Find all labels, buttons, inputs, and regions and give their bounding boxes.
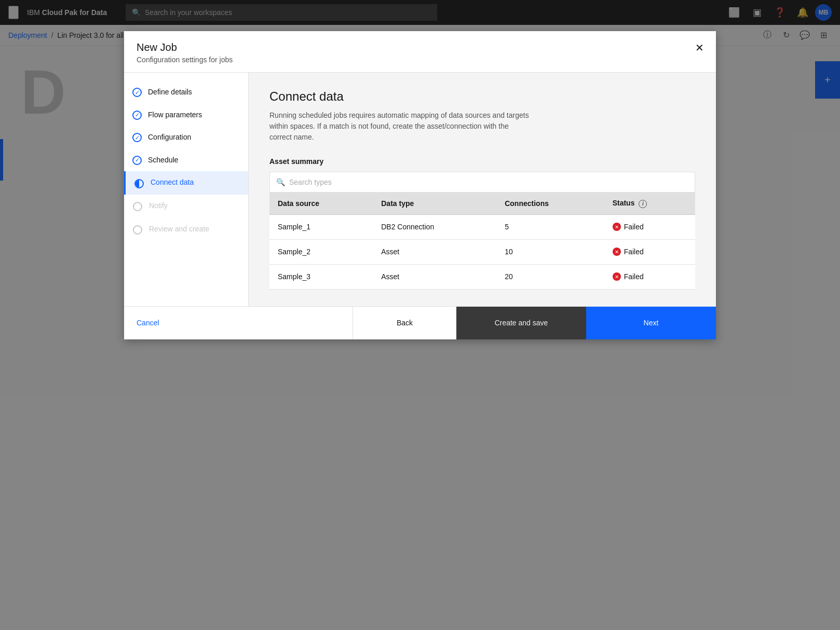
- asset-search-bar: 🔍: [269, 172, 695, 193]
- next-button[interactable]: Next: [586, 307, 716, 339]
- modal-overlay: New Job Configuration settings for jobs …: [0, 0, 840, 630]
- content-title: Connect data: [269, 89, 695, 104]
- step-label-review-create: Review and create: [149, 224, 209, 235]
- cell-data-type-3: Asset: [373, 264, 496, 289]
- step-label-connect-data: Connect data: [151, 177, 194, 188]
- section-label: Asset summary: [269, 157, 695, 166]
- cell-data-type-2: Asset: [373, 239, 496, 264]
- search-types-input[interactable]: [289, 178, 688, 186]
- cancel-button[interactable]: Cancel: [124, 307, 172, 339]
- col-header-data-source: Data source: [269, 193, 373, 214]
- step-check-icon-2: ✓: [132, 111, 142, 120]
- cell-status-1: ✕ Failed: [604, 214, 695, 239]
- col-header-status: Status i: [604, 193, 695, 214]
- asset-table: Data source Data type Connections Status…: [269, 193, 695, 290]
- step-label-define-details: Define details: [148, 87, 192, 98]
- failed-dot-icon: ✕: [613, 223, 621, 231]
- cell-connections-1: 5: [496, 214, 604, 239]
- step-disabled-icon-notify: [132, 201, 143, 212]
- step-disabled-icon-review: [132, 225, 143, 235]
- wizard-step-notify[interactable]: Notify: [124, 195, 248, 218]
- cell-status-2: ✕ Failed: [604, 239, 695, 264]
- modal-subtitle: Configuration settings for jobs: [137, 56, 703, 64]
- table-row: Sample_1 DB2 Connection 5 ✕ Failed: [269, 214, 695, 239]
- table-header-row: Data source Data type Connections Status…: [269, 193, 695, 214]
- status-failed-badge: ✕ Failed: [613, 223, 687, 231]
- modal-close-button[interactable]: ✕: [691, 39, 708, 56]
- step-label-notify: Notify: [149, 201, 168, 211]
- status-failed-badge-3: ✕ Failed: [613, 272, 687, 281]
- step-label-flow-parameters: Flow parameters: [148, 110, 202, 120]
- modal-body: ✓ Define details ✓ Flow parameters ✓ Con…: [124, 73, 716, 306]
- cell-connections-2: 10: [496, 239, 604, 264]
- step-halfcircle-icon: [134, 178, 144, 188]
- status-info-icon[interactable]: i: [639, 200, 647, 208]
- back-button[interactable]: Back: [353, 307, 456, 339]
- col-header-data-type: Data type: [373, 193, 496, 214]
- failed-dot-icon-3: ✕: [613, 272, 621, 281]
- step-check-icon: ✓: [132, 88, 142, 97]
- step-label-schedule: Schedule: [148, 155, 178, 166]
- failed-dot-icon-2: ✕: [613, 248, 621, 256]
- modal-footer: Cancel Back Create and save Next: [124, 306, 716, 339]
- cell-data-type-1: DB2 Connection: [373, 214, 496, 239]
- table-row: Sample_2 Asset 10 ✕ Failed: [269, 239, 695, 264]
- wizard-step-connect-data[interactable]: Connect data: [124, 171, 248, 195]
- cell-data-source-3: Sample_3: [269, 264, 373, 289]
- modal-header: New Job Configuration settings for jobs …: [124, 31, 716, 73]
- wizard-sidebar: ✓ Define details ✓ Flow parameters ✓ Con…: [124, 73, 249, 306]
- cell-data-source-1: Sample_1: [269, 214, 373, 239]
- cell-data-source-2: Sample_2: [269, 239, 373, 264]
- content-description: Running scheduled jobs requires automati…: [269, 110, 529, 143]
- search-types-icon: 🔍: [276, 178, 285, 186]
- cell-status-3: ✕ Failed: [604, 264, 695, 289]
- table-row: Sample_3 Asset 20 ✕ Failed: [269, 264, 695, 289]
- step-check-icon-3: ✓: [132, 133, 142, 142]
- wizard-step-configuration[interactable]: ✓ Configuration: [124, 126, 248, 149]
- wizard-step-schedule[interactable]: ✓ Schedule: [124, 149, 248, 172]
- create-and-save-button[interactable]: Create and save: [456, 307, 586, 339]
- cell-connections-3: 20: [496, 264, 604, 289]
- wizard-step-review-create[interactable]: Review and create: [124, 218, 248, 241]
- modal-title: New Job: [137, 42, 703, 53]
- modal: New Job Configuration settings for jobs …: [124, 31, 716, 339]
- wizard-step-define-details[interactable]: ✓ Define details: [124, 81, 248, 104]
- wizard-content: Connect data Running scheduled jobs requ…: [249, 73, 716, 306]
- step-check-icon-4: ✓: [132, 156, 142, 165]
- col-header-connections: Connections: [496, 193, 604, 214]
- step-label-configuration: Configuration: [148, 132, 191, 143]
- wizard-step-flow-parameters[interactable]: ✓ Flow parameters: [124, 104, 248, 127]
- status-failed-badge-2: ✕ Failed: [613, 248, 687, 256]
